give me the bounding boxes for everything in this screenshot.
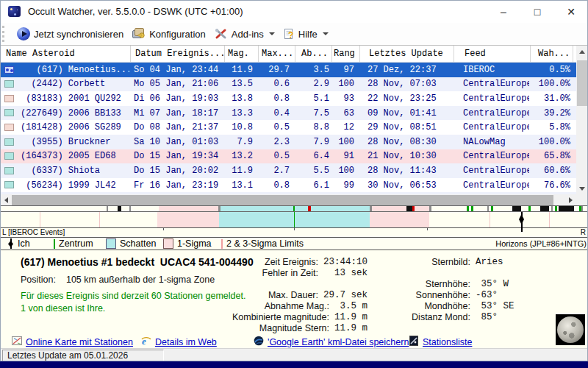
horizontal-scrollbar[interactable]	[0, 194, 576, 206]
asteroid-name: (2442) Corbett	[19, 79, 129, 89]
arrow-left-icon	[4, 197, 8, 203]
scroll-right-button[interactable]	[564, 194, 576, 206]
scroll-up-button[interactable]	[576, 46, 588, 57]
event-date: Fr 16 Jan, 23:19	[129, 180, 223, 191]
link-globe[interactable]: 'Google Earth' kml-Datei speichern	[254, 336, 409, 348]
link-stations[interactable]: Stationsliste	[409, 336, 472, 348]
table-row[interactable]: (164373) 2005 ED68Do 15 Jan, 19:3413.20.…	[0, 149, 588, 164]
asteroid-name: (3955) Bruckner	[19, 137, 129, 147]
sigma-band	[157, 212, 219, 227]
addins-icon	[215, 28, 228, 40]
detail-row: Zeit Ereignis:23:44:10	[169, 258, 368, 267]
table-header: Name Asteroid Datum Ereignis... Mag. Max…	[0, 46, 588, 63]
schatten-swatch-icon	[106, 238, 116, 249]
last-update: 27 Dez, 22:37	[359, 65, 453, 75]
max-duration: 0.5	[257, 122, 294, 132]
globe-link-label[interactable]: 'Google Earth' kml-Datei speichern	[268, 337, 409, 347]
column-header-update[interactable]: Letztes Update	[360, 46, 454, 62]
feed: CentralEurope	[453, 108, 529, 118]
horizontal-scroll-thumb[interactable]	[12, 195, 553, 205]
table-row[interactable]: (617) Menoetius...So 04 Jan, 23:4411.929…	[0, 63, 588, 77]
arrow-right-icon	[569, 197, 573, 203]
map-link-label[interactable]: Online Karte mit Stationen	[26, 337, 133, 347]
sigma-band	[370, 212, 429, 227]
column-header-datum[interactable]: Datum Ereignis...	[131, 46, 225, 62]
timeline-segment	[129, 206, 131, 212]
timeline-segment	[555, 206, 557, 212]
column-header-name[interactable]: Name Asteroid	[0, 46, 131, 62]
timeline-segment	[220, 206, 370, 212]
detail-row: Sonnenhöhe:-63°	[368, 291, 537, 300]
timeline-segment	[559, 206, 574, 212]
event-date: Mi 07 Jan, 18:17	[129, 108, 223, 118]
minimize-button[interactable]: –	[487, 0, 520, 23]
sync-icon	[17, 27, 30, 40]
occult-watcher-window: Occult Watcher, ver. 5.5.0.0 - DSWK (UTC…	[0, 0, 588, 368]
magnitude: 13.2	[223, 151, 257, 161]
toolbar: Jetzt synchronisieren Konfiguration Add-…	[0, 23, 588, 46]
timeline-segment	[540, 206, 549, 212]
rank: 93	[331, 93, 359, 104]
rank: 100	[331, 79, 359, 89]
detail-row: Mondhöhe: 53° SE	[368, 302, 537, 311]
feed: CentralEurope	[453, 93, 529, 104]
ich-swatch-icon	[7, 238, 14, 249]
legend-item-ich: Ich	[7, 238, 30, 250]
column-header-mag[interactable]: Mag.	[225, 46, 259, 62]
table-row[interactable]: (6337) ShiotaDo 15 Jan, 20:0211.92.75.51…	[0, 163, 588, 178]
configuration-button[interactable]: Konfiguration	[128, 26, 210, 42]
timeline-segment	[491, 206, 493, 212]
feed: CentralEurope	[453, 180, 529, 191]
timeline-segment	[412, 206, 415, 212]
status-bar: Letztes Update am 05.01.2026 23:11:23	[0, 348, 588, 361]
event-type-icon	[4, 109, 14, 116]
column-header-wah[interactable]: Wah...	[531, 46, 573, 62]
timeline-segment	[551, 206, 553, 212]
help-button[interactable]: ? Hilfe	[279, 26, 333, 42]
table-row[interactable]: (56234) 1999 JL42Fr 16 Jan, 23:1913.10.8…	[0, 178, 588, 193]
toolbar-grip[interactable]	[2, 26, 7, 42]
probability: 0.5%	[529, 65, 572, 75]
close-button[interactable]: ✕	[554, 0, 588, 23]
link-map[interactable]: Online Karte mit Stationen	[12, 336, 133, 348]
link-ie[interactable]: eDetails im Web	[141, 336, 217, 348]
table-row[interactable]: (181428) 2006 SG289Do 08 Jan, 21:3710.80…	[0, 120, 588, 135]
sync-now-button[interactable]: Jetzt synchronisieren	[12, 25, 128, 43]
probability: 39.2%	[529, 108, 572, 118]
addins-button[interactable]: Add-ins	[210, 26, 279, 42]
feed: NALowMag	[453, 137, 529, 147]
sigma-limit-line	[549, 212, 550, 227]
probability: 5.8%	[529, 122, 572, 132]
column-header-feed[interactable]: Feed	[454, 46, 531, 62]
mag-drop: 2.9	[294, 79, 331, 89]
ie-link-label[interactable]: Details im Web	[155, 337, 217, 347]
table-row[interactable]: (83183) 2001 QU292Di 06 Jan, 19:0313.80.…	[0, 91, 588, 106]
column-header-rang[interactable]: Rang	[332, 46, 360, 62]
table-row[interactable]: (2442) CorbettMo 05 Jan, 21:0613.50.62.9…	[0, 77, 588, 92]
column-header-ab[interactable]: Ab...	[295, 46, 332, 62]
event-date: Do 08 Jan, 21:37	[129, 122, 223, 132]
column-header-max[interactable]: Max...	[259, 46, 295, 62]
center-line	[294, 212, 295, 227]
vertical-scrollbar[interactable]	[576, 46, 588, 194]
scroll-down-button[interactable]	[576, 183, 588, 194]
mag-drop: 8.8	[294, 122, 331, 132]
last-update: 30 Nov, 06:53	[359, 180, 453, 191]
legend-item-sigma23: 2 & 3-Sigma Limits	[221, 238, 304, 250]
maximize-button[interactable]: □	[520, 0, 554, 23]
asteroid-name: (617) Menoetius...	[19, 65, 129, 75]
detail-row: Sternbild:Aries	[368, 258, 537, 267]
scroll-left-button[interactable]	[0, 194, 12, 206]
max-duration: 29.7	[257, 65, 294, 75]
max-duration: 0.6	[257, 79, 294, 89]
vertical-scroll-thumb[interactable]	[577, 60, 587, 106]
mag-drop: 5.1	[294, 93, 331, 104]
table-row[interactable]: (3955) BrucknerSa 10 Jan, 01:037.92.37.9…	[0, 135, 588, 149]
stations-link-label[interactable]: Stationsliste	[423, 337, 472, 347]
timeline-segment	[487, 206, 489, 212]
timeline-segment	[467, 206, 469, 212]
last-update: 29 Nov, 08:51	[359, 122, 453, 132]
spacer	[169, 280, 368, 289]
timeline-segment	[118, 206, 121, 212]
table-row[interactable]: (227649) 2006 BB133Mi 07 Jan, 18:1713.30…	[0, 106, 588, 121]
